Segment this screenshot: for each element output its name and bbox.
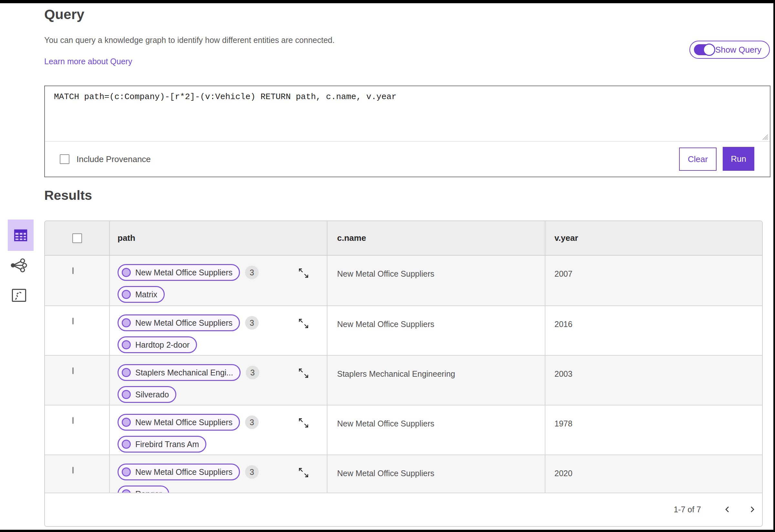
entity-node-icon <box>122 340 131 349</box>
cname-cell: New Metal Office Suppliers <box>327 405 545 455</box>
path-line-1: New Metal Office Suppliers3 <box>117 414 327 431</box>
path-count-badge: 3 <box>245 465 259 479</box>
entity-pill[interactable]: Silverado <box>117 386 176 403</box>
path-cell: New Metal Office Suppliers3Ranger <box>109 455 327 493</box>
table-footer: 1-7 of 7 <box>45 493 762 526</box>
row-checkbox-cell <box>45 256 109 305</box>
path-line-1: Staplers Mechanical Engi...3 <box>117 364 327 381</box>
column-header-vyear: v.year <box>545 221 762 255</box>
row-checkbox[interactable] <box>72 467 74 474</box>
page-title: Query <box>44 6 84 22</box>
view-switcher-graph[interactable] <box>9 258 28 272</box>
results-title: Results <box>44 188 92 203</box>
path-cell: Staplers Mechanical Engi...3Silverado <box>109 356 327 405</box>
expand-path-icon[interactable] <box>297 266 310 281</box>
table-row: New Metal Office Suppliers3MatrixNew Met… <box>45 256 762 305</box>
entity-pill[interactable]: Firebird Trans Am <box>117 436 206 453</box>
entity-pill-label: Ranger <box>135 489 162 493</box>
window-frame-top <box>0 0 775 3</box>
path-line-2: Hardtop 2-door <box>117 336 327 353</box>
clear-button[interactable]: Clear <box>679 148 717 171</box>
graph-icon <box>10 258 27 272</box>
path-count-badge: 3 <box>246 366 259 379</box>
include-provenance-label[interactable]: Include Provenance <box>76 154 151 164</box>
path-line-1: New Metal Office Suppliers3 <box>117 264 327 281</box>
path-count-badge: 3 <box>245 266 259 279</box>
column-header-cname: c.name <box>327 221 545 255</box>
entity-pill[interactable]: Matrix <box>117 286 165 303</box>
path-line-2: Silverado <box>117 386 327 403</box>
entity-pill-label: New Metal Office Suppliers <box>135 467 232 477</box>
row-checkbox-cell <box>45 455 109 493</box>
toggle-switch-icon[interactable] <box>694 44 715 55</box>
table-row: New Metal Office Suppliers3Hardtop 2-doo… <box>45 305 762 355</box>
column-header-path: path <box>109 221 327 255</box>
view-switcher-table[interactable] <box>8 220 34 251</box>
query-input[interactable]: MATCH path=(c:Company)-[r*2]-(v:Vehicle)… <box>45 86 770 141</box>
view-switcher-map[interactable] <box>11 289 27 302</box>
entity-pill-label: New Metal Office Suppliers <box>135 318 232 328</box>
pagination-range-label: 1-7 of 7 <box>674 505 701 514</box>
results-table: path c.name v.year New Metal Office Supp… <box>44 220 763 527</box>
editor-footer: Include Provenance <box>45 142 770 177</box>
cname-cell: New Metal Office Suppliers <box>327 306 545 355</box>
entity-pill-label: New Metal Office Suppliers <box>135 268 232 277</box>
pagination-prev-button[interactable] <box>720 502 735 517</box>
window-frame-right <box>773 0 775 532</box>
row-checkbox[interactable] <box>72 367 74 374</box>
select-all-checkbox[interactable] <box>72 233 82 243</box>
learn-more-link[interactable]: Learn more about Query <box>44 57 132 66</box>
entity-pill-label: Matrix <box>135 290 157 299</box>
entity-pill[interactable]: Ranger <box>117 486 169 493</box>
query-page: Query You can query a knowledge graph to… <box>0 0 775 532</box>
path-line-2: Ranger <box>117 486 327 493</box>
path-count-badge: 3 <box>245 415 259 429</box>
page-description: You can query a knowledge graph to ident… <box>44 36 334 45</box>
entity-pill[interactable]: New Metal Office Suppliers <box>117 414 240 431</box>
expand-path-icon[interactable] <box>297 316 310 331</box>
entity-node-icon <box>122 268 131 277</box>
row-checkbox-cell <box>45 405 109 455</box>
path-cell: New Metal Office Suppliers3Hardtop 2-doo… <box>109 306 327 355</box>
row-checkbox[interactable] <box>72 417 74 424</box>
row-checkbox[interactable] <box>72 267 74 274</box>
entity-pill[interactable]: New Metal Office Suppliers <box>117 464 240 480</box>
vyear-cell: 2007 <box>545 256 762 305</box>
entity-pill[interactable]: Staplers Mechanical Engi... <box>117 364 240 381</box>
entity-node-icon <box>122 290 131 299</box>
expand-path-icon[interactable] <box>297 416 310 431</box>
row-checkbox-cell <box>45 306 109 355</box>
show-query-toggle[interactable]: Show Query <box>689 41 770 59</box>
resize-handle-icon[interactable] <box>761 133 769 140</box>
show-query-label: Show Query <box>715 45 761 55</box>
path-line-2: Matrix <box>117 286 327 303</box>
entity-node-icon <box>122 440 131 449</box>
table-row: Staplers Mechanical Engi...3SilveradoSta… <box>45 355 762 405</box>
table-row: New Metal Office Suppliers3RangerNew Met… <box>45 455 762 493</box>
expand-path-icon[interactable] <box>297 366 310 381</box>
entity-pill[interactable]: New Metal Office Suppliers <box>117 314 240 331</box>
entity-node-icon <box>122 318 131 327</box>
map-icon <box>12 289 26 302</box>
expand-path-icon[interactable] <box>297 465 310 480</box>
chevron-right-icon <box>748 505 756 514</box>
path-cell: New Metal Office Suppliers3Matrix <box>109 256 327 305</box>
include-provenance-checkbox[interactable] <box>60 154 69 164</box>
entity-pill-label: New Metal Office Suppliers <box>135 418 232 427</box>
pagination-next-button[interactable] <box>745 502 759 517</box>
entity-node-icon <box>122 418 131 427</box>
entity-pill-label: Staplers Mechanical Engi... <box>135 368 233 377</box>
vyear-cell: 2003 <box>545 356 762 405</box>
run-button[interactable]: Run <box>723 147 754 171</box>
vyear-cell: 2016 <box>545 306 762 355</box>
entity-node-icon <box>122 467 131 476</box>
entity-pill[interactable]: New Metal Office Suppliers <box>117 264 240 281</box>
entity-node-icon <box>122 489 131 493</box>
path-line-1: New Metal Office Suppliers3 <box>117 464 327 480</box>
cname-cell: New Metal Office Suppliers <box>327 455 545 493</box>
chevron-left-icon <box>723 505 732 514</box>
entity-pill[interactable]: Hardtop 2-door <box>117 336 197 353</box>
row-checkbox[interactable] <box>72 318 74 324</box>
row-checkbox-cell <box>45 356 109 405</box>
window-frame-bottom <box>0 530 775 532</box>
